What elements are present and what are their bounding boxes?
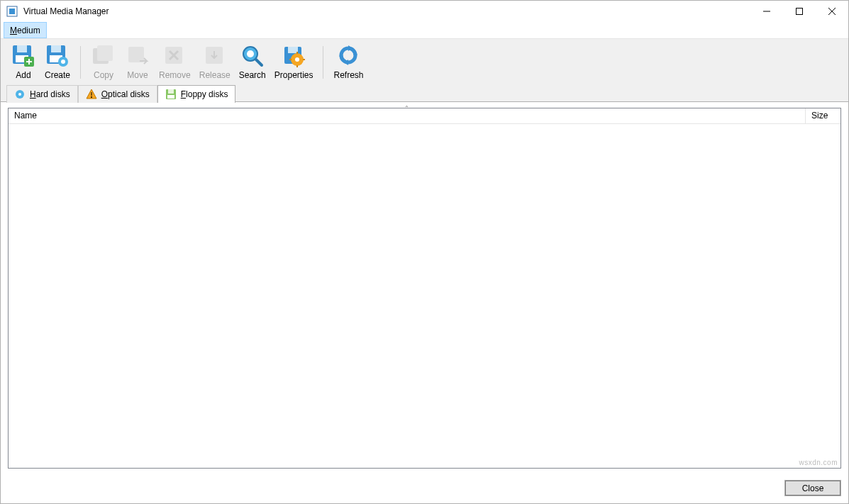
toolbar-label: Add — [16, 70, 30, 80]
menubar: Medium — [1, 22, 848, 39]
svg-rect-28 — [288, 47, 298, 53]
content-area: ⌃ Name Size wsxdn.com — [1, 101, 848, 474]
column-label: Name — [14, 111, 37, 121]
svg-point-25 — [247, 50, 254, 57]
search-icon — [240, 43, 265, 69]
tab-label: Hard disks — [30, 89, 70, 99]
toolbar-label: Properties — [274, 70, 313, 80]
svg-rect-19 — [128, 47, 144, 62]
toolbar-label: Release — [199, 70, 231, 80]
svg-point-36 — [18, 93, 21, 96]
titlebar: Virtual Media Manager — [1, 1, 848, 22]
svg-point-30 — [295, 57, 299, 62]
floppy-copy-icon — [91, 43, 116, 69]
search-button[interactable]: Search — [235, 42, 270, 83]
toolbar-label: Move — [127, 70, 148, 80]
properties-button[interactable]: Properties — [270, 42, 318, 83]
floppy-icon — [165, 89, 177, 100]
svg-rect-18 — [97, 45, 113, 61]
toolbar-label: Create — [45, 70, 70, 80]
tab-optical-disks[interactable]: Optical disks — [78, 85, 157, 103]
button-label: Close — [802, 483, 824, 493]
list-body[interactable] — [9, 124, 840, 468]
toolbar-label: Search — [239, 70, 266, 80]
toolbar-separator — [323, 46, 323, 79]
svg-point-38 — [91, 96, 92, 98]
release-button: Release — [195, 42, 235, 83]
tab-floppy-disks[interactable]: Floppy disks — [157, 85, 236, 103]
refresh-icon — [336, 43, 362, 69]
column-label: Size — [811, 111, 828, 121]
floppy-remove-icon — [162, 43, 187, 69]
svg-point-16 — [61, 60, 65, 64]
app-icon — [6, 6, 18, 17]
svg-rect-13 — [51, 45, 61, 52]
media-list: ⌃ Name Size wsxdn.com — [8, 108, 841, 469]
minimize-button[interactable] — [750, 1, 783, 22]
hard-disk-icon — [14, 89, 26, 100]
tab-hard-disks[interactable]: Hard disks — [6, 85, 78, 103]
maximize-button[interactable] — [783, 1, 816, 22]
toolbar-label: Remove — [159, 70, 191, 80]
toolbar-label: Refresh — [333, 70, 363, 80]
tab-label: Floppy disks — [181, 89, 228, 99]
toolbar: Add Create Copy Move — [1, 39, 848, 85]
tabs: Hard disks Optical disks Floppy disks — [1, 84, 848, 102]
tab-label: Optical disks — [101, 89, 150, 99]
toolbar-label: Copy — [94, 70, 113, 80]
close-button[interactable]: Close — [784, 480, 841, 496]
create-button[interactable]: Create — [40, 42, 74, 83]
close-window-button[interactable] — [816, 1, 848, 22]
svg-rect-40 — [168, 89, 174, 94]
sort-indicator-icon: ⌃ — [404, 105, 409, 111]
window-controls — [750, 1, 848, 22]
svg-rect-7 — [17, 45, 27, 52]
copy-button: Copy — [87, 42, 121, 83]
floppy-add-icon — [11, 43, 36, 69]
refresh-button[interactable]: Refresh — [329, 42, 367, 83]
menu-medium[interactable]: Medium — [4, 22, 47, 38]
add-button[interactable]: Add — [6, 42, 40, 83]
floppy-move-icon — [125, 43, 150, 69]
toolbar-separator — [80, 46, 81, 79]
footer: Close — [1, 474, 848, 503]
warning-icon — [86, 89, 97, 100]
column-header-name[interactable]: ⌃ Name — [9, 108, 805, 123]
remove-button: Remove — [155, 42, 195, 83]
floppy-release-icon — [202, 43, 228, 69]
svg-rect-3 — [797, 9, 803, 15]
window-title: Virtual Media Manager — [23, 6, 750, 16]
move-button: Move — [121, 42, 155, 83]
window-frame: Virtual Media Manager Medium Add Create — [0, 0, 849, 504]
list-header: ⌃ Name Size — [9, 108, 840, 124]
properties-icon — [281, 43, 306, 69]
column-header-size[interactable]: Size — [805, 108, 840, 123]
svg-line-26 — [256, 60, 262, 65]
floppy-create-icon — [45, 43, 70, 69]
svg-rect-1 — [9, 9, 15, 14]
watermark-text: wsxdn.com — [799, 459, 838, 466]
svg-rect-41 — [167, 95, 174, 99]
